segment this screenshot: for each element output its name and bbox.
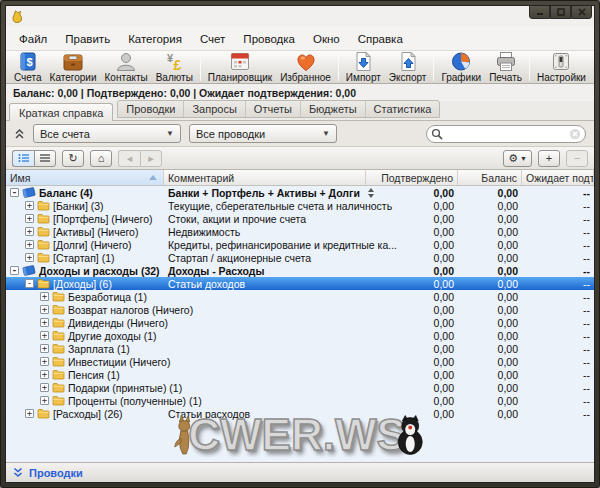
tree-row-item-стартап-1[interactable]: +[Стартап] (1)Стартап / акционерные счет… xyxy=(6,251,594,264)
row-comment-cell: Банки + Портфель + Активы + Долги xyxy=(164,186,366,199)
tab-item-отчеты[interactable]: Отчеты xyxy=(246,101,301,117)
refresh-button[interactable]: ↻ xyxy=(62,150,84,167)
minimize-button[interactable] xyxy=(529,5,550,19)
expand-expander-icon[interactable]: + xyxy=(40,292,49,301)
balance-value: 0,00 xyxy=(458,394,522,407)
tree-row-item-доходы-и-расходы-32[interactable]: -Доходы и расходы (32)Доходы - Расходы0,… xyxy=(6,264,594,277)
clear-search-icon[interactable] xyxy=(569,128,581,140)
column-header-item-ожидает-подт[interactable]: Ожидает подт... xyxy=(522,170,594,185)
expand-expander-icon[interactable]: + xyxy=(25,201,34,210)
expand-expander-icon[interactable]: + xyxy=(25,253,34,262)
add-account-button[interactable]: + xyxy=(538,150,560,167)
tree-row-item-проценты-полученные-1[interactable]: +Проценты (полученные) (1)0,000,00-- xyxy=(6,394,594,407)
search-field[interactable] xyxy=(426,125,586,143)
tabbar: Краткая справкаПроводкиЗапросыОтчетыБюдж… xyxy=(6,101,594,121)
tree-row-item-портфель-ничего[interactable]: +[Портфель] (Ничего)Стоки, акции и прочи… xyxy=(6,212,594,225)
main-toolbar: $СчетаКатегорииКонтакты¥£ВалютыПланировщ… xyxy=(6,51,594,84)
toolbar-item-счета[interactable]: $Счета xyxy=(10,52,46,84)
toolbar-item-графики[interactable]: Графики xyxy=(437,52,485,84)
toolbar-item-валюты[interactable]: ¥£Валюты xyxy=(152,52,197,84)
collapse-expander-icon[interactable]: - xyxy=(10,188,19,197)
menu-item-файл[interactable]: Файл xyxy=(10,30,56,48)
collapse-filters-icon[interactable] xyxy=(14,128,25,140)
folder-icon xyxy=(37,239,50,250)
tree-row-item-подарки-принятые-1[interactable]: +Подарки (принятые) (1)0,000,00-- xyxy=(6,381,594,394)
expand-expander-icon[interactable]: + xyxy=(25,227,34,236)
expand-expander-icon[interactable]: + xyxy=(40,318,49,327)
toolbar-item-экспорт[interactable]: Экспорт xyxy=(385,52,431,84)
close-button[interactable] xyxy=(571,5,592,19)
folder-icon xyxy=(37,252,50,263)
pending-value: -- xyxy=(522,264,594,277)
tree-row-item-пенсия-1[interactable]: +Пенсия (1)0,000,00-- xyxy=(6,368,594,381)
menu-item-править[interactable]: Править xyxy=(56,30,119,48)
transactions-filter-select[interactable]: Все проводки ▼ xyxy=(189,124,337,143)
search-input[interactable] xyxy=(446,128,566,140)
column-header-item-имя[interactable]: Имя xyxy=(6,170,164,185)
accounts-filter-select[interactable]: Все счета ▼ xyxy=(33,124,181,143)
expand-expander-icon[interactable]: + xyxy=(40,344,49,353)
gear-menu-button[interactable]: ⚙▼ xyxy=(503,150,532,167)
toolbar-item-избранное[interactable]: Избранное xyxy=(276,52,335,84)
maximize-button[interactable] xyxy=(550,5,571,19)
tab-item-краткая-справка[interactable]: Краткая справка xyxy=(9,103,113,121)
expand-expander-icon[interactable]: + xyxy=(40,370,49,379)
column-header-item-баланс[interactable]: Баланс xyxy=(458,170,522,185)
tree-row-item-расходы-26[interactable]: +[Расходы] (26)Статьи расходов0,000,00-- xyxy=(6,407,594,420)
tab-item-проводки[interactable]: Проводки xyxy=(118,101,184,117)
toolbar-item-печать[interactable]: Печать xyxy=(485,52,526,84)
tree-row-item-другие-доходы-1[interactable]: +Другие доходы (1)0,000,00-- xyxy=(6,329,594,342)
forward-button[interactable]: ▸ xyxy=(140,150,162,167)
row-name-cell: +Инвестиции (Ничего) xyxy=(6,355,164,368)
toolbar-item-импорт[interactable]: Импорт xyxy=(342,52,385,84)
toolbar-item-категории[interactable]: Категории xyxy=(46,52,101,84)
account-name: [Портфель] (Ничего) xyxy=(53,213,152,225)
tree-row-item-долги-ничего[interactable]: +[Долги] (Ничего)Кредиты, рефинансирован… xyxy=(6,238,594,251)
balance-value: 0,00 xyxy=(458,199,522,212)
expand-expander-icon[interactable]: + xyxy=(40,396,49,405)
collapse-expander-icon[interactable]: - xyxy=(10,266,19,275)
toolbar-item-планировщик[interactable]: Планировщик xyxy=(204,52,276,84)
transactions-drawer-bar[interactable]: Проводки xyxy=(6,462,594,482)
remove-account-button[interactable]: − xyxy=(566,150,588,167)
list-view-compact-button[interactable] xyxy=(34,150,56,167)
tab-item-статистика[interactable]: Статистика xyxy=(366,101,440,117)
list-view-detailed-button[interactable] xyxy=(12,150,34,167)
balance-value: 0,00 xyxy=(458,381,522,394)
confirmed-value: 0,00 xyxy=(366,212,458,225)
expand-expander-icon[interactable]: + xyxy=(40,305,49,314)
tree-row-item-безработица-1[interactable]: +Безработица (1)0,000,00-- xyxy=(6,290,594,303)
toolbar-item-настройки[interactable]: Настройки xyxy=(533,52,590,84)
tree-row-item-баланс-4[interactable]: -Баланс (4)Банки + Портфель + Активы + Д… xyxy=(6,186,594,199)
toolbar-item-контакты[interactable]: Контакты xyxy=(101,52,152,84)
expand-expander-icon[interactable]: + xyxy=(25,214,34,223)
menu-item-категория[interactable]: Категория xyxy=(119,30,191,48)
titlebar[interactable]: www.CWER.ws xyxy=(6,6,594,27)
expand-expander-icon[interactable]: + xyxy=(25,409,34,418)
confirmed-value: 0,00 xyxy=(366,342,458,355)
expand-expander-icon[interactable]: + xyxy=(40,383,49,392)
expand-expander-icon[interactable]: + xyxy=(25,240,34,249)
tab-item-запросы[interactable]: Запросы xyxy=(184,101,245,117)
account-comment: Банки + Портфель + Активы + Долги xyxy=(168,187,360,199)
back-button[interactable]: ◂ xyxy=(118,150,140,167)
menu-item-проводка[interactable]: Проводка xyxy=(234,30,304,48)
home-button[interactable]: ⌂ xyxy=(90,150,112,167)
column-header-item-подтверждено[interactable]: Подтверждено xyxy=(366,170,458,185)
tree-row-item-дивиденды-ничего[interactable]: +Дивиденды (Ничего)0,000,00-- xyxy=(6,316,594,329)
menu-item-счет[interactable]: Счет xyxy=(191,30,234,48)
tree-row-item-активы-ничего[interactable]: +[Активы] (Ничего)Недвижимость0,000,00-- xyxy=(6,225,594,238)
tree-row-item-зарплата-1[interactable]: +Зарплата (1)0,000,00-- xyxy=(6,342,594,355)
collapse-expander-icon[interactable]: - xyxy=(25,279,34,288)
tree-row-item-банки-3[interactable]: +[Банки] (3)Текущие, сберегательные счет… xyxy=(6,199,594,212)
menu-item-справка[interactable]: Справка xyxy=(349,30,412,48)
menu-item-окно[interactable]: Окно xyxy=(304,30,349,48)
tree-row-item-инвестиции-ничего[interactable]: +Инвестиции (Ничего)0,000,00-- xyxy=(6,355,594,368)
tree-row-item-доходы-6[interactable]: -[Доходы] (6)Статьи доходов0,000,00-- xyxy=(6,277,594,290)
column-header-item-комментарий[interactable]: Комментарий xyxy=(164,170,366,185)
tree-row-item-возврат-налогов-ничего[interactable]: +Возврат налогов (Ничего)0,000,00-- xyxy=(6,303,594,316)
expand-expander-icon[interactable]: + xyxy=(40,331,49,340)
row-comment-cell xyxy=(164,368,366,381)
tab-item-бюджеты[interactable]: Бюджеты xyxy=(301,101,366,117)
expand-expander-icon[interactable]: + xyxy=(40,357,49,366)
